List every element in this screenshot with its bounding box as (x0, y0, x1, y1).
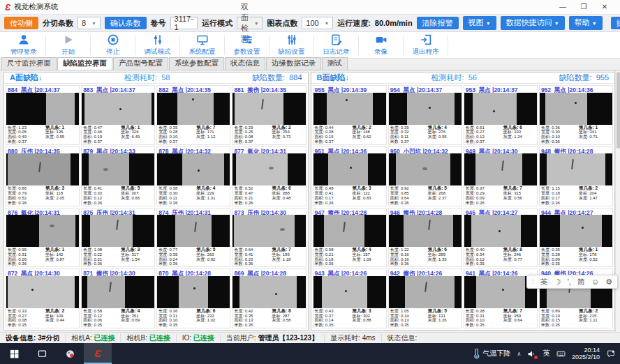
defect-card[interactable]: 874 压伤 |20:14:31长度: 0.77宽度: 0.35面积: 0.24… (156, 208, 230, 268)
drive-side-button[interactable]: 传动侧 (4, 17, 38, 29)
defect-card[interactable]: 875 压伤 |20:14:31长度: 1.08宽度: 0.22面积: 0.21… (81, 208, 155, 268)
defect-card[interactable]: 946 擦伤 |20:14:28长度: 1.22宽度: 0.16面积: 0.16… (388, 208, 462, 268)
operator-side-button[interactable]: 操作侧 (611, 17, 620, 29)
task-view-button[interactable] (28, 343, 56, 364)
debug-mode-button[interactable]: 调试模式 (135, 33, 179, 56)
tab-test[interactable]: 测试 (322, 57, 348, 70)
tab-defect-monitor[interactable]: 缺陷监控界面 (57, 57, 112, 70)
ime-settings-gear-icon[interactable]: ⚙ (605, 275, 612, 288)
taskbar-clock[interactable]: 20:14 2025/2/10 (572, 347, 600, 361)
exit-program-button[interactable]: 退出程序 (404, 33, 448, 56)
defect-image (389, 215, 462, 247)
defect-image (157, 153, 230, 185)
video-record-button[interactable]: 录像 (359, 33, 403, 56)
defect-card[interactable]: 955 黑点 |20:14:39长度: 0.44宽度: 0.38面积: 0.15… (313, 85, 387, 145)
tab-size-monitor[interactable]: 尺寸监控界面 (1, 57, 57, 70)
defect-card[interactable]: 882 黑点 |20:14:35长度: 0.35宽度: 0.28面积: 0.10… (156, 85, 230, 145)
defect-card[interactable]: 945 黑点 |20:14:27长度: 0.40宽度: 0.34面积: 0.12… (464, 208, 538, 268)
run-mode-select[interactable]: 双面检测▼ (237, 17, 263, 29)
defect-card-header: 949 黑点 |20:14:30 (464, 147, 537, 154)
ime-language-indicator[interactable]: 英 (542, 349, 550, 358)
defect-card[interactable]: 948 擦伤 |20:14:28长度: 1.15宽度: 0.18面积: 0.17… (539, 146, 613, 206)
action-center-button[interactable] (606, 349, 616, 358)
defect-image (464, 93, 537, 125)
defect-card-header: 950 小凹坑 |20:14:32 (389, 147, 462, 154)
touch-keyboard-button[interactable] (556, 349, 566, 358)
taskbar: Ɛ 气温下降 ∧ 英 20:14 2025/2/10 (0, 343, 620, 364)
thermometer-icon (473, 349, 480, 359)
defect-card[interactable]: 950 小凹坑 |20:14:32长度: 0.92宽度: 0.85面积: 0.6… (388, 146, 462, 206)
defect-card[interactable]: 953 黑点 |20:14:37长度: 0.51宽度: 0.27面积: 0.12… (464, 85, 538, 145)
chart-points-select[interactable]: 100▼ (302, 17, 333, 29)
close-button[interactable]: ✕ (594, 0, 615, 14)
ime-simplified-toggle[interactable]: 简 (577, 275, 585, 288)
defect-settings-button[interactable]: 缺陷设置 (270, 33, 313, 56)
maximize-button[interactable]: ❐ (573, 0, 594, 14)
defect-card[interactable]: 872 黑点 |20:14:30长度: 0.33宽度: 0.27面积: 0.08… (6, 268, 80, 328)
parameter-settings-button[interactable]: 参数设置 (225, 33, 269, 56)
defect-image (232, 276, 305, 308)
defect-image (464, 153, 537, 185)
defect-card[interactable]: 947 擦伤 |20:14:28长度: 0.98宽度: 0.21面积: 0.18… (313, 208, 387, 268)
defect-card[interactable]: 870 黑点 |20:14:28长度: 0.36宽度: 0.31面积: 0.10… (156, 268, 230, 328)
volume-muted-badge (534, 356, 538, 359)
start-menu-button[interactable] (0, 343, 28, 364)
scrollbar-thumb[interactable] (617, 72, 620, 149)
tray-expand-chevron-icon[interactable]: ∧ (517, 351, 522, 357)
defect-card-header: 883 黑点 |20:14:37 (82, 86, 154, 93)
defect-card[interactable]: 873 压伤 |20:14:30长度: 0.64宽度: 0.41面积: 0.23… (232, 208, 306, 268)
admin-login-button[interactable]: 管理登录 (1, 33, 45, 56)
taskbar-active-app-button[interactable]: Ɛ (84, 343, 112, 364)
view-menu-button[interactable]: 视图 ▼ (463, 16, 496, 30)
defect-card[interactable]: 883 黑点 |20:14:37长度: 0.47宽度: 0.46面积: 0.19… (81, 85, 155, 145)
defect-card[interactable]: 877 氧化 |20:14:31长度: 0.52宽度: 0.47面积: 0.21… (232, 146, 306, 206)
panel-a-title: A面缺陷↓ (10, 73, 42, 83)
defect-card[interactable]: 943 黑点 |20:14:26长度: 0.43宽度: 0.37面积: 0.14… (313, 268, 387, 328)
defect-card[interactable]: 878 黑点 |20:14:32长度: 0.38宽度: 0.30面积: 0.11… (156, 146, 230, 206)
defect-card[interactable]: 869 黑点 |20:14:28长度: 0.42宽度: 0.35面积: 0.13… (232, 268, 306, 328)
start-button[interactable]: 开始 (46, 33, 90, 56)
ime-halfwidth-moon-icon[interactable]: ☽ (554, 275, 561, 288)
ime-emoji-icon[interactable]: ☺ (591, 275, 599, 288)
defect-card[interactable]: 884 黑点 |20:14:37长度: 1.23宽度: 0.05面积: 0.49… (6, 85, 80, 145)
tab-product-model-config[interactable]: 产品型号配置 (113, 57, 168, 70)
ime-punctuation-toggle[interactable]: ’, (567, 275, 571, 288)
defect-card-header: 877 氧化 |20:14:31 (232, 147, 305, 154)
defect-card[interactable]: 880 压伤 |20:14:35长度: 0.86宽度: 0.79面积: 0.52… (6, 146, 80, 206)
tab-system-param-config[interactable]: 系统参数配置 (169, 57, 224, 70)
action-toolbar: 管理登录 开始 停止 调试模式 系统配置 参数设置 缺陷设置 日志记录 录像 (0, 32, 620, 59)
status-current-user: 当前用户: 管理员【123-123】 (221, 334, 325, 342)
minimize-button[interactable]: — (552, 0, 573, 14)
defect-card-header: 941 黑点 |20:14:26 (464, 269, 537, 276)
defect-image (232, 153, 305, 185)
defect-card[interactable]: 952 黑点 |20:14:36长度: 0.36宽度: 0.30面积: 0.10… (539, 85, 613, 145)
system-config-button[interactable]: 系统配置 (180, 33, 224, 56)
ime-lang-toggle[interactable]: 英 (540, 275, 548, 288)
defect-mark (280, 228, 285, 231)
defect-card[interactable]: 944 黑点 |20:14:27长度: 0.35宽度: 0.28面积: 0.09… (539, 208, 613, 268)
defect-card[interactable]: 879 黑点 |20:14:33长度: 0.41宽度: 0.33面积: 0.12… (81, 146, 155, 206)
roll-number-input[interactable]: 3117-1 (170, 17, 198, 29)
volume-button[interactable] (527, 349, 536, 358)
weather-widget[interactable]: 气温下降 (473, 349, 511, 359)
tab-edge-data-record[interactable]: 边缘数据记录 (266, 57, 321, 70)
defect-card[interactable]: 876 氧化 |20:14:31长度: 0.95宽度: 0.31面积: 0.26… (6, 208, 80, 268)
defect-card[interactable]: 951 黑点 |20:14:36长度: 0.48宽度: 0.41面积: 0.17… (313, 146, 387, 206)
log-record-button[interactable]: 日志记录 (314, 33, 358, 56)
defect-card[interactable]: 949 黑点 |20:14:30长度: 0.37宽度: 0.29面积: 0.09… (464, 146, 538, 206)
ime-toolbar[interactable]: ⁞ 英 ☽ ’, 简 ☺ ⚙ (526, 275, 618, 289)
defect-card-info: 长度: 0.64宽度: 0.41面积: 0.23米数: 0.36第几条: 7坐标… (232, 247, 305, 266)
confirm-strips-button[interactable]: 确认条数 (105, 17, 147, 29)
defect-card[interactable]: 942 擦伤 |20:14:26长度: 1.05宽度: 0.14面积: 0.13… (388, 268, 462, 328)
strip-count-select[interactable]: 8▼ (78, 17, 101, 29)
clear-alarm-button[interactable]: 清除报警 (417, 17, 459, 29)
stop-button[interactable]: 停止 (91, 33, 135, 56)
data-quick-access-button[interactable]: 数据快捷访问 ▼ (501, 16, 565, 30)
help-menu-button[interactable]: 帮助 ▼ (569, 16, 603, 30)
tab-status-info[interactable]: 状态信息 (225, 57, 265, 70)
defect-card[interactable]: 871 擦伤 |20:14:30长度: 0.58宽度: 0.12面积: 0.06… (81, 268, 155, 328)
vertical-scrollbar[interactable] (615, 70, 620, 332)
defect-card[interactable]: 954 黑点 |20:14:37长度: 0.39宽度: 0.32面积: 0.11… (388, 85, 462, 145)
defect-card[interactable]: 881 擦伤 |20:14:35长度: 0.29宽度: 0.25面积: 0.08… (232, 85, 306, 145)
taskbar-app-button[interactable] (56, 343, 84, 364)
